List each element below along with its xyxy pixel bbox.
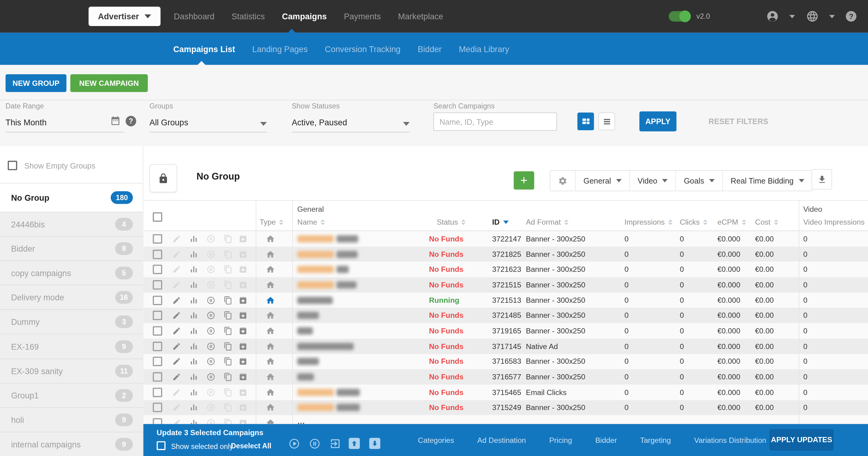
- statuses-filter-caret[interactable]: [403, 122, 410, 126]
- duplicate-icon[interactable]: [224, 296, 232, 305]
- column-header-impressions[interactable]: Impressions: [624, 218, 673, 226]
- top-nav-payments[interactable]: Payments: [344, 12, 381, 21]
- pause-icon[interactable]: [207, 357, 215, 366]
- date-help-icon[interactable]: ?: [126, 116, 136, 126]
- campaign-name-redacted[interactable]: [297, 389, 360, 396]
- campaign-name-redacted[interactable]: [297, 281, 356, 289]
- pause-icon[interactable]: [207, 234, 215, 243]
- sidebar-group-holi[interactable]: holi9: [0, 408, 143, 432]
- row-checkbox[interactable]: [153, 234, 162, 244]
- row-checkbox[interactable]: [153, 388, 162, 397]
- bulk-link-pricing[interactable]: Pricing: [549, 436, 572, 444]
- pause-icon[interactable]: [207, 388, 215, 397]
- campaign-name-redacted[interactable]: [297, 297, 333, 304]
- top-nav-campaigns[interactable]: Campaigns: [282, 12, 327, 21]
- sidebar-group-copy-campaigns[interactable]: copy campaigns5: [0, 261, 143, 286]
- bulk-link-ad-destination[interactable]: Ad Destination: [477, 436, 526, 444]
- sidebar-group-ex-169[interactable]: EX-1699: [0, 334, 143, 359]
- sidebar-group-24446bis[interactable]: 24446bis4: [0, 212, 143, 237]
- new-campaign-button[interactable]: NEW CAMPAIGN: [70, 74, 148, 92]
- preset-tab-general[interactable]: General: [575, 171, 629, 191]
- archive-icon[interactable]: [239, 311, 248, 320]
- avatar-menu-caret[interactable]: [789, 15, 795, 19]
- campaign-name-redacted[interactable]: [297, 343, 353, 350]
- bulk-pause-icon[interactable]: [309, 438, 320, 450]
- duplicate-icon[interactable]: [224, 419, 232, 424]
- language-globe-icon[interactable]: [806, 10, 819, 23]
- sidebar-group-delivery-mode[interactable]: Delivery mode16: [0, 286, 143, 310]
- archive-icon[interactable]: [239, 265, 248, 274]
- statistics-icon[interactable]: [189, 372, 198, 381]
- duplicate-icon[interactable]: [224, 280, 232, 289]
- duplicate-icon[interactable]: [224, 388, 232, 397]
- campaign-name-redacted[interactable]: [297, 327, 313, 335]
- row-checkbox[interactable]: [153, 265, 162, 274]
- pause-icon[interactable]: [207, 265, 215, 274]
- campaign-name-redacted[interactable]: [297, 266, 349, 273]
- search-input[interactable]: [434, 113, 567, 130]
- edit-icon[interactable]: [172, 280, 181, 289]
- add-campaign-button[interactable]: +: [514, 171, 534, 190]
- edit-icon[interactable]: [172, 326, 181, 335]
- preset-tab-video[interactable]: Video: [629, 171, 676, 191]
- row-checkbox[interactable]: [153, 280, 162, 290]
- statistics-icon[interactable]: [189, 342, 198, 350]
- statistics-icon[interactable]: [189, 250, 198, 259]
- groups-filter-value[interactable]: All Groups: [149, 117, 188, 127]
- pause-icon[interactable]: [207, 372, 215, 381]
- top-nav-statistics[interactable]: Statistics: [232, 12, 265, 21]
- edit-icon[interactable]: [172, 403, 181, 412]
- sidebar-group-dummy[interactable]: Dummy3: [0, 310, 143, 335]
- column-header-name[interactable]: Name: [297, 218, 325, 226]
- statistics-icon[interactable]: [189, 311, 198, 320]
- column-header-status[interactable]: Status: [437, 218, 466, 226]
- duplicate-icon[interactable]: [224, 234, 232, 243]
- sidebar-group-bidder[interactable]: Bidder8: [0, 236, 143, 261]
- avatar[interactable]: [766, 10, 779, 23]
- edit-icon[interactable]: [172, 311, 181, 320]
- archive-icon[interactable]: [239, 296, 248, 305]
- column-header-id-sorted[interactable]: ID: [492, 218, 508, 226]
- archive-icon[interactable]: [239, 372, 248, 381]
- statistics-icon[interactable]: [189, 419, 198, 424]
- bulk-link-targeting[interactable]: Targeting: [640, 436, 671, 444]
- edit-icon[interactable]: [172, 388, 181, 397]
- duplicate-icon[interactable]: [224, 372, 232, 381]
- apply-updates-button[interactable]: APPLY UPDATES: [770, 429, 834, 451]
- campaign-name-redacted[interactable]: [297, 373, 314, 380]
- edit-icon[interactable]: [172, 357, 181, 366]
- archive-icon[interactable]: [239, 250, 248, 259]
- sidebar-group-ex-309-sanity[interactable]: EX-309 sanity11: [0, 359, 143, 383]
- column-header-cost[interactable]: Cost: [755, 218, 778, 226]
- edit-icon[interactable]: [172, 250, 181, 259]
- statistics-icon[interactable]: [189, 357, 198, 366]
- sub-tab-bidder[interactable]: Bidder: [418, 44, 442, 54]
- duplicate-icon[interactable]: [224, 342, 232, 350]
- pause-icon[interactable]: [207, 250, 215, 259]
- column-header-type[interactable]: Type: [259, 218, 283, 226]
- column-header-ecpm[interactable]: eCPM: [717, 218, 746, 226]
- role-selector-button[interactable]: Advertiser: [89, 7, 160, 26]
- edit-icon[interactable]: [172, 296, 181, 305]
- pause-icon[interactable]: [207, 419, 215, 424]
- sidebar-group-internal-campaigns[interactable]: internal campaigns9: [0, 432, 143, 456]
- archive-icon[interactable]: [239, 234, 248, 243]
- row-checkbox[interactable]: [153, 250, 162, 259]
- row-checkbox[interactable]: [153, 295, 162, 305]
- statuses-filter-value[interactable]: Active, Paused: [292, 117, 347, 127]
- reset-filters-button[interactable]: RESET FILTERS: [709, 117, 768, 126]
- download-button[interactable]: [812, 169, 832, 190]
- duplicate-icon[interactable]: [224, 357, 232, 366]
- statistics-icon[interactable]: [189, 403, 198, 412]
- bulk-archive-icon[interactable]: [369, 438, 380, 449]
- archive-icon[interactable]: [239, 388, 248, 397]
- campaign-name-redacted[interactable]: [297, 404, 360, 411]
- edit-icon[interactable]: [172, 372, 181, 381]
- statistics-icon[interactable]: [189, 326, 198, 335]
- select-all-checkbox[interactable]: [153, 212, 162, 222]
- pause-icon[interactable]: [207, 296, 215, 305]
- row-checkbox[interactable]: [153, 372, 162, 382]
- preset-tab-goals[interactable]: Goals: [676, 171, 722, 191]
- duplicate-icon[interactable]: [224, 311, 232, 320]
- edit-icon[interactable]: [172, 342, 181, 350]
